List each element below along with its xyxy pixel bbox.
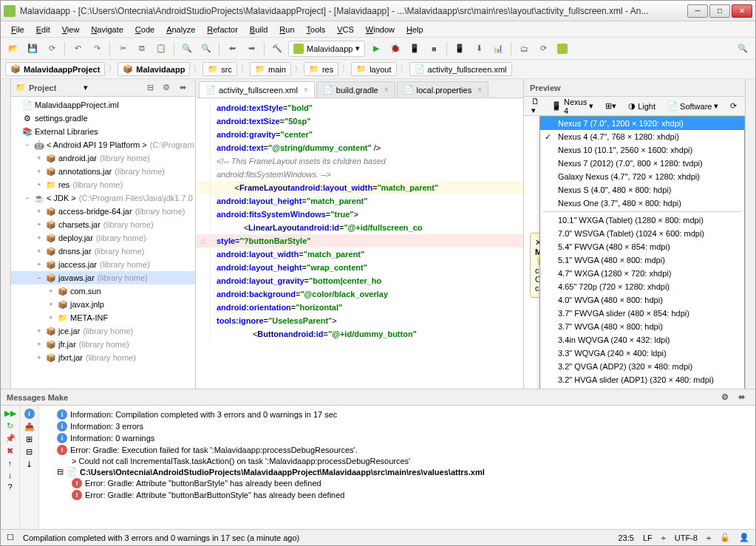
device-option[interactable]: Galaxy Nexus (4.7", 720 × 1280: xhdpi)	[540, 170, 744, 183]
gear-icon[interactable]: ⚙	[158, 80, 174, 96]
message-line[interactable]: i Information: 3 errors	[42, 420, 752, 432]
tree-toggle-icon[interactable]: +	[35, 354, 44, 361]
code-line[interactable]: android:textSize="50sp"	[196, 115, 523, 128]
tree-item[interactable]: 📄MalavidaappProject.iml	[11, 98, 195, 112]
code-line[interactable]: android:textStyle="bold"	[196, 101, 523, 115]
code-line[interactable]: <FrameLayout android:layout_width="match…	[196, 181, 523, 194]
tree-item[interactable]: +📦com.sun	[11, 284, 195, 298]
crumb-4[interactable]: 📁res	[304, 62, 338, 76]
android-icon-btn[interactable]	[554, 41, 571, 57]
editor-tab[interactable]: 📄build.gradle×	[316, 81, 395, 98]
theme-selector[interactable]: ◑Light	[624, 100, 660, 112]
cut-icon[interactable]: ✂	[115, 41, 131, 57]
device-option[interactable]: 2.7" QVGA slider (240 × 320: ldpi)	[540, 386, 744, 389]
code-line[interactable]: android:layout_gravity="bottom|center_ho	[196, 274, 523, 287]
code-line[interactable]: android:layout_width="match_parent"	[196, 248, 523, 261]
tree-item[interactable]: +📦annotations.jar(library home)	[11, 165, 195, 178]
editor-tab[interactable]: 📄local.properties×	[397, 81, 488, 98]
menu-view[interactable]: View	[56, 24, 86, 35]
message-line[interactable]: ! Error: Gradle: Attribute "buttonBarSty…	[42, 477, 752, 489]
device-option[interactable]: Nexus S (4.0", 480 × 800: hdpi)	[540, 183, 744, 197]
menu-tools[interactable]: Tools	[301, 24, 332, 35]
code-line[interactable]: android:gravity="center"	[196, 128, 523, 141]
menu-help[interactable]: Help	[401, 24, 429, 35]
search-icon[interactable]: 🔍	[735, 41, 751, 57]
sync-icon[interactable]: ⟳	[44, 41, 60, 57]
crumb-5[interactable]: 📁layout	[351, 62, 396, 76]
close-tab-icon[interactable]: ×	[477, 86, 482, 94]
refresh-icon[interactable]: ⟳	[726, 100, 741, 112]
open-icon[interactable]: 📂	[5, 41, 21, 57]
tree-toggle-icon[interactable]: +	[35, 221, 44, 228]
crumb-1[interactable]: 📦Malavidaapp	[118, 62, 190, 76]
tree-item[interactable]: +📦charsets.jar(library home)	[11, 218, 195, 231]
sdk-icon[interactable]: ⬇	[471, 41, 487, 57]
menu-file[interactable]: File	[5, 24, 30, 35]
device-option[interactable]: 4.65" 720p (720 × 1280: xhdpi)	[540, 280, 744, 293]
crumb-2[interactable]: 📁src	[202, 62, 237, 76]
messages-hide-icon[interactable]: ⬌	[733, 389, 749, 406]
save-icon[interactable]: 💾	[24, 41, 41, 57]
render-selector[interactable]: 📄Software▾	[663, 100, 723, 112]
cursor-position[interactable]: 23:5	[618, 533, 633, 542]
forward-icon[interactable]: ➡	[243, 41, 259, 57]
menu-edit[interactable]: Edit	[30, 24, 56, 35]
tree-toggle-icon[interactable]: +	[47, 287, 55, 295]
tree-toggle-icon[interactable]: +	[35, 234, 44, 242]
tree-item[interactable]: +📦android.jar(library home)	[11, 151, 195, 165]
pin-icon[interactable]: 📌	[5, 434, 16, 443]
tree-toggle-icon[interactable]: +	[35, 341, 44, 348]
tree-toggle-icon[interactable]: +	[35, 248, 44, 255]
code-line[interactable]: android:layout_height="wrap_content"	[196, 261, 523, 274]
orientation-icon[interactable]: ⊞▾	[601, 100, 621, 112]
device-option[interactable]: 3.4in WQVGA (240 × 432: ldpi)	[540, 333, 744, 347]
device-option[interactable]: 3.7" FWVGA slider (480 × 854: hdpi)	[540, 307, 744, 320]
expand-icon[interactable]: ⊞	[26, 434, 33, 444]
tree-item[interactable]: +📦dnsns.jar(library home)	[11, 245, 195, 258]
toggle-icon[interactable]: ⊟	[57, 467, 64, 477]
export-icon[interactable]: 📤	[24, 422, 35, 431]
undo-icon[interactable]: ↶	[69, 41, 86, 57]
code-line[interactable]: android:orientation="horizontal"	[196, 301, 523, 314]
find-icon[interactable]: 🔍	[179, 41, 195, 57]
code-line[interactable]: ⚠ style="?buttonBarStyle"	[196, 234, 523, 248]
tree-toggle-icon[interactable]: +	[35, 208, 44, 215]
device-option[interactable]: 4.0" WVGA (480 × 800: hdpi)	[540, 293, 744, 307]
menu-code[interactable]: Code	[129, 24, 160, 35]
tree-toggle-icon[interactable]: +	[47, 301, 55, 308]
menu-vcs[interactable]: VCS	[331, 24, 360, 35]
avd-icon[interactable]: 📱	[452, 41, 468, 57]
tree-toggle-icon[interactable]: −	[23, 141, 32, 149]
menu-navigate[interactable]: Navigate	[85, 24, 129, 35]
stop-icon[interactable]: ■	[426, 41, 442, 57]
crumb-0[interactable]: 📦MalavidaappProject	[5, 62, 105, 76]
device-option[interactable]: 4.7" WXGA (1280 × 720: xhdpi)	[540, 267, 744, 280]
tree-item[interactable]: +📦deploy.jar(library home)	[11, 231, 195, 245]
device-option[interactable]: 3.2" QVGA (ADP2) (320 × 480: mdpi)	[540, 360, 744, 373]
code-editor[interactable]: android:textStyle="bold" android:textSiz…	[196, 98, 523, 389]
tree-toggle-icon[interactable]: +	[35, 261, 44, 268]
code-line[interactable]: <!-- This FrameLayout insets its childre…	[196, 154, 523, 168]
crumb-6[interactable]: 📄activity_fullscreen.xml	[409, 62, 512, 76]
lock-icon[interactable]: 🔓	[720, 533, 730, 542]
tree-toggle-icon[interactable]: +	[35, 154, 44, 162]
monitor-icon[interactable]: 📊	[490, 41, 506, 57]
tree-item[interactable]: −☕< JDK >(C:\Program Files\Java\jdk1.7.0	[11, 191, 195, 205]
run-config-selector[interactable]: Malavidaapp ▾	[288, 41, 365, 57]
tree-item[interactable]: 📚External Libraries	[11, 125, 195, 138]
device-selector[interactable]: 📱Nexus 4▾	[547, 96, 598, 117]
tree-item[interactable]: +📦access-bridge-64.jar(library home)	[11, 205, 195, 218]
rerun-icon[interactable]: ▶▶	[4, 409, 16, 418]
preview-config-icon[interactable]: 🗋▾	[527, 95, 544, 117]
close-msg-icon[interactable]: ✖	[7, 446, 13, 456]
menu-build[interactable]: Build	[244, 24, 273, 35]
attach-icon[interactable]: 📱	[406, 41, 423, 57]
tree-toggle-icon[interactable]: +	[47, 314, 55, 321]
message-line[interactable]: ⊟ 📄 C:\Users\Ontecnia\AndroidStudioProje…	[42, 466, 752, 477]
collapse-icon[interactable]: ⊟	[142, 80, 158, 96]
message-line[interactable]: i Information: Compilation completed wit…	[42, 409, 752, 420]
collapse-icon[interactable]: ⊟	[26, 447, 33, 457]
help-icon[interactable]: ?	[7, 482, 12, 491]
maximize-button[interactable]: □	[709, 4, 730, 18]
device-option[interactable]: ✓Nexus 4 (4.7", 768 × 1280: xhdpi)	[540, 130, 744, 143]
